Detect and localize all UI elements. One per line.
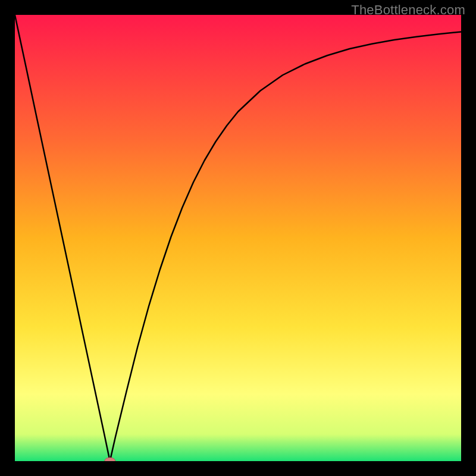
chart-frame: TheBottleneck.com: [0, 0, 476, 476]
chart-svg: [15, 15, 461, 461]
watermark-text: TheBottleneck.com: [351, 2, 465, 18]
chart-plot: [15, 15, 461, 461]
chart-background: [15, 15, 461, 461]
